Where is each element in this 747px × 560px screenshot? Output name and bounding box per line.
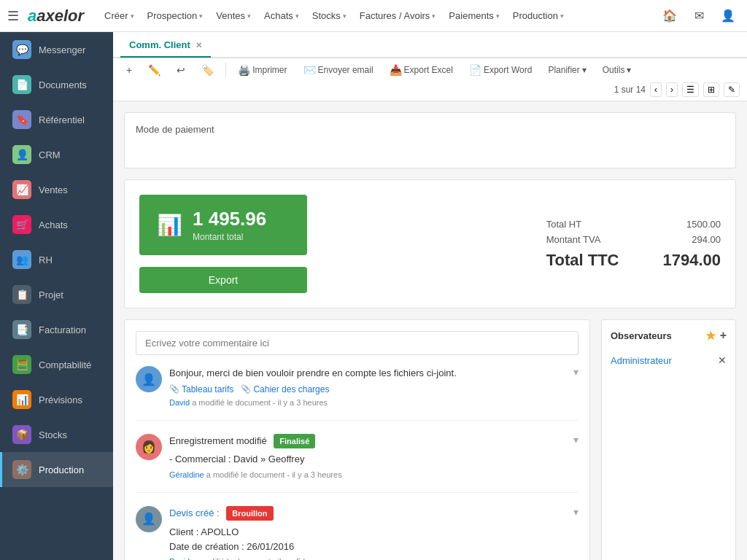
nav-prospection[interactable]: Prospection ▾ [142,7,209,25]
dropdown-icon-3[interactable]: ▾ [573,506,578,561]
comment-item-3: 👤 Devis créé : Brouillon Client : APOLLO… [136,506,578,561]
sidebar-item-messenger[interactable]: 💬 Messenger [0,32,113,67]
comment-input[interactable] [136,331,578,355]
documents-icon: 📄 [12,75,31,94]
amount-value: 1 495.96 [193,208,266,230]
comment-body-1: Bonjour, merci de bien vouloir prendre e… [169,366,566,407]
avatar-david-2: 👤 [136,506,162,532]
user-icon[interactable]: 👤 [716,4,740,28]
sidebar-item-crm[interactable]: 👤 CRM [0,137,113,172]
export-word-button[interactable]: 📄 Export Word [463,62,538,78]
top-nav: ☰ aaxelor Créer ▾ Prospection ▾ Ventes ▾… [0,0,747,32]
nav-production[interactable]: Production ▾ [507,7,570,25]
chevron-down-icon: ▾ [560,12,564,20]
export-excel-button[interactable]: 📥 Export Excel [384,62,459,78]
sidebar-item-documents[interactable]: 📄 Documents [0,67,113,102]
dropdown-icon-2[interactable]: ▾ [573,434,578,479]
tab-comm-client[interactable]: Comm. Client ✕ [120,34,211,58]
print-button[interactable]: 🖨️ Imprimer [232,62,293,78]
crm-icon: 👤 [12,145,31,164]
page-content: Mode de paiement 📊 1 495.96 Montant tota… [113,101,747,560]
comment-item-1: 👤 Bonjour, merci de bien vouloir prendre… [136,366,578,421]
attachment-cahier-charges[interactable]: Cahier des charges [241,384,329,394]
mail-icon[interactable]: ✉ [687,4,711,28]
prev-page-button[interactable]: ‹ [650,82,662,97]
comptabilite-icon: 🧮 [12,355,31,374]
sidebar-item-facturation[interactable]: 📑 Facturation [0,312,113,347]
chevron-down-icon: ▾ [496,12,500,20]
comment-author-link-1[interactable]: David [169,398,190,407]
observer-item-1: Administrateur ✕ [611,351,727,369]
comment-author-link-2[interactable]: Géraldine [169,470,204,479]
messenger-icon: 💬 [12,40,31,59]
comment-text-3: Devis créé : Brouillon [169,506,566,521]
comment-author-link-3[interactable]: David [169,557,190,560]
add-button[interactable]: + [120,62,138,78]
ventes-icon: 📈 [12,180,31,199]
home-icon[interactable]: 🏠 [658,4,681,28]
nav-achats[interactable]: Achats ▾ [258,7,305,25]
hamburger-menu-icon[interactable]: ☰ [7,8,19,24]
nav-creer[interactable]: Créer ▾ [98,7,140,25]
chevron-down-icon: ▾ [343,12,347,20]
sidebar-item-achats[interactable]: 🛒 Achats [0,207,113,242]
sidebar-item-referentiel[interactable]: 🔖 Référentiel [0,102,113,137]
dropdown-icon-1[interactable]: ▾ [573,366,578,407]
payment-mode-label: Mode de paiement [136,124,724,135]
sidebar-item-rh[interactable]: 👥 RH [0,242,113,277]
comment-item-2: 👩 Enregistrement modifié Finalisé - Comm… [136,434,578,493]
sidebar-item-comptabilite[interactable]: 🧮 Comptabilité [0,347,113,382]
totals-section: 📊 1 495.96 Montant total Export Total HT… [124,179,736,308]
export-button[interactable]: Export [139,267,307,293]
toolbar-separator [225,63,226,77]
content-area: Comm. Client ✕ + ✏️ ↩ 🏷️ 🖨️ Imprimer [113,32,747,560]
sidebar-item-projet[interactable]: 📋 Projet [0,277,113,312]
obs-actions: ★ + [705,329,727,343]
observer-name-1[interactable]: Administrateur [611,355,672,366]
undo-button[interactable]: ↩ [171,62,191,78]
grid-view-button[interactable]: ⊞ [703,82,719,97]
sub-nav-tabs: Comm. Client ✕ [113,32,747,58]
devis-link[interactable]: Devis créé : [169,508,220,518]
nav-factures[interactable]: Factures / Avoirs ▾ [354,7,442,25]
sidebar-item-production[interactable]: ⚙️ Production [0,452,113,487]
next-page-button[interactable]: › [666,82,678,97]
list-view-button[interactable]: ☰ [682,82,699,97]
chevron-down-icon: ▾ [432,12,436,20]
tag-icon: 🏷️ [201,64,214,76]
nav-stocks[interactable]: Stocks ▾ [306,7,352,25]
email-icon: ✉️ [303,64,316,76]
remove-observer-icon[interactable]: ✕ [718,354,727,366]
edit-button[interactable]: ✏️ [142,62,166,78]
pencil-icon: ✏️ [148,64,160,76]
avatar-geraldine: 👩 [136,434,162,460]
sidebar-item-ventes[interactable]: 📈 Ventes [0,172,113,207]
word-icon: 📄 [469,64,481,76]
chevron-down-icon: ▾ [247,12,251,20]
app-logo: aaxelor [28,7,84,26]
comment-detail-2: - Commercial : David » Geoffrey [169,452,566,467]
comment-meta-1: David a modifié le document - il y a 3 h… [169,398,566,407]
sidebar: 💬 Messenger 📄 Documents 🔖 Référentiel 👤 … [0,32,113,560]
sidebar-item-previsions[interactable]: 📊 Prévisions [0,382,113,417]
nav-ventes[interactable]: Ventes ▾ [210,7,257,25]
attachment-tableau-tarifs[interactable]: Tableau tarifs [169,384,233,394]
planifier-button[interactable]: Planifier ▾ [542,63,592,77]
nav-paiements[interactable]: Paiements ▾ [443,7,505,25]
amount-box: 📊 1 495.96 Montant total [139,195,307,255]
tag-button[interactable]: 🏷️ [196,62,220,78]
print-icon: 🖨️ [238,64,250,76]
sidebar-item-stocks[interactable]: 📦 Stocks [0,417,113,452]
add-observer-icon[interactable]: + [720,329,727,343]
close-tab-icon[interactable]: ✕ [196,41,202,50]
comment-detail3-line2: Date de création : 26/01/2016 [169,540,566,554]
stocks-icon: 📦 [12,425,31,444]
send-email-button[interactable]: ✉️ Envoyer email [298,62,379,78]
chevron-down-icon: ▾ [295,12,299,20]
comment-text-2: Enregistrement modifié Finalisé [169,434,566,449]
star-icon[interactable]: ★ [705,329,716,343]
rh-icon: 👥 [12,250,31,269]
nav-right-icons: 🏠 ✉ 👤 [658,4,740,28]
settings-button[interactable]: ✎ [724,82,740,97]
outils-button[interactable]: Outils ▾ [597,63,638,77]
